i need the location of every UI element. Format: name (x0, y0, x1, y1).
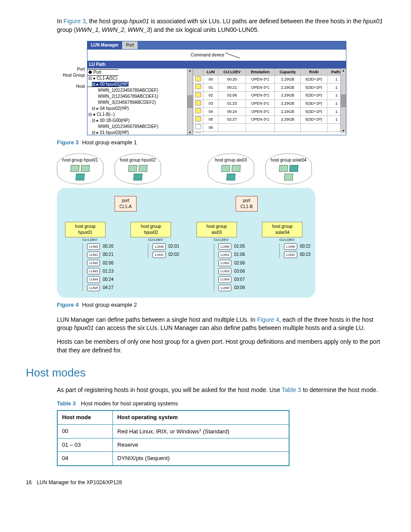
scroll-thumb[interactable] (341, 94, 346, 107)
col-cu:ldev[interactable]: CU:LDEV (218, 69, 246, 76)
table-3-caption: Table 3Host modes for host operating sys… (57, 400, 385, 408)
scroll-down-icon[interactable]: ▼ (341, 129, 346, 133)
tree-item[interactable]: ⊟ ▸ 01 hpux03(HP) (88, 130, 192, 135)
hg-solar04: host group solar04 (262, 222, 302, 237)
table-row[interactable]: 0502:27OPEN-3*12.29GB5(3D+1P)1 (193, 115, 346, 124)
lun-icon (195, 124, 201, 129)
lun-chip: LUN3 (218, 268, 231, 274)
hg-aix03: host group aix03 (196, 222, 237, 237)
lun-entry: LUN102:02 (153, 252, 179, 258)
tree-scrollbar[interactable]: ▲ ▼ (187, 68, 193, 135)
lun-chip: LUN3 (87, 268, 100, 274)
paragraph-2: LUN Manager can define paths between a s… (57, 316, 385, 333)
lun-entry: LUN202:06 (218, 260, 245, 266)
col-lun[interactable]: LUN (203, 69, 218, 76)
tree-item[interactable]: ⊟ ● CL1-A(5C) (88, 75, 192, 81)
table-row[interactable]: 07 (193, 131, 346, 133)
table-3-ref[interactable]: Table 3 (282, 386, 301, 393)
tree-pane[interactable]: ⬣ Port⊟ ● CL1-A(5C) ⊟ ▸ 00 hpux01(HP) WW… (87, 68, 193, 135)
tree-item[interactable]: WWN_1(0123456789ABCDEF) (88, 124, 192, 130)
table-row[interactable]: 06 (193, 124, 346, 132)
lun-chip: LUN1 (87, 252, 100, 258)
hg-hpux01: host group hpux01 (65, 222, 106, 237)
section-host-modes: Host modes (26, 365, 385, 380)
figure-4: host group hpux01 host group hpux02 host… (57, 153, 315, 297)
lun-chip: LUN0 (218, 243, 231, 250)
scroll-down-icon[interactable]: ▼ (187, 131, 193, 135)
lun-chip: LUN2 (218, 260, 231, 266)
col-capacity[interactable]: Capacity (275, 69, 301, 76)
lun-icon (195, 108, 201, 113)
tree-item[interactable]: ⊟ ● CL1-B(--) (88, 112, 192, 118)
scroll-up-icon[interactable]: ▲ (341, 68, 346, 73)
lun-entry: LUN403:07 (218, 276, 245, 283)
tree-item[interactable]: WWN_3(23456789ABCDEF2) (88, 100, 192, 106)
cloud-aix03: host group aix03 (208, 153, 254, 184)
table-row[interactable]: 0202:06OPEN-3*12.29GB5(3D+1P)1 (193, 91, 346, 100)
figure-3: Port Host Group. Host LUN Manager Port C… (57, 41, 385, 135)
hg-hpux02: host group hpux02 (131, 222, 171, 237)
lu-path-header: LU Path (87, 61, 346, 68)
lun-chip: LUN4 (87, 276, 100, 283)
page-footer: 16 LUN Manager for the XP1024/XP128 (26, 479, 385, 486)
lun-entry: LUN001:05 (218, 243, 245, 250)
scroll-up-icon[interactable]: ▲ (187, 68, 193, 73)
lun-entry: LUN303:06 (218, 268, 245, 274)
col-emulation[interactable]: Emulation (246, 69, 275, 76)
paragraph-3: Hosts can be members of only one host gr… (57, 338, 385, 355)
table-row: 04DYNIX/ptx (Sequent) (57, 452, 289, 466)
figure-3-caption: Figure 3Host group example 1 (57, 139, 385, 146)
paragraph-4: As part of registering hosts in host gro… (57, 386, 385, 395)
lun-chip: LUN2 (87, 260, 100, 266)
tree-item[interactable]: ⊟ ▸ 00 hpux01(HP) (88, 81, 192, 87)
lun-icon (195, 132, 201, 133)
intro-paragraph: In Figure 3, the host group hpux01 is as… (57, 17, 385, 34)
table-row: 01 – 03Reserve (57, 439, 289, 452)
lun-chip: LUN4 (218, 276, 231, 283)
lun-entry: LUN002:01 (153, 243, 179, 250)
cloud-hpux01: host group hpux01 (57, 153, 103, 184)
cloud-hpux02: host group hpux02 (115, 153, 161, 184)
callout-host: Host (76, 84, 87, 90)
lun-chip: LUN5 (87, 285, 100, 291)
lun-entry: LUN504:27 (87, 285, 113, 291)
svg-line-0 (225, 53, 240, 58)
tree-item[interactable]: ⬣ Port (88, 69, 192, 75)
th-host-mode: Host mode (57, 411, 113, 424)
figure-4-ref[interactable]: Figure 4 (257, 316, 279, 323)
tab-port[interactable]: Port (122, 41, 137, 49)
tree-item[interactable]: ⊟ ▸ 04 hpux02(HP) (88, 106, 192, 112)
table-row[interactable]: 0400:24OPEN-3*12.29GB5(3D+1P)1 (193, 108, 346, 116)
port-cl1-a: port CL1-A (115, 196, 136, 212)
lun-chip: LUN1 (284, 252, 297, 258)
lun-chip: LUN1 (153, 252, 165, 258)
lun-chip: LUN1 (218, 252, 231, 258)
lun-chip: LUN0 (153, 243, 165, 250)
command-device-pointer: Command device (87, 50, 346, 61)
lun-entry: LUN101:06 (218, 252, 245, 258)
figure-3-ref[interactable]: Figure 3 (64, 18, 86, 25)
scroll-thumb[interactable] (187, 95, 193, 108)
lun-chip: LUN5 (218, 285, 231, 291)
lun-table-pane: LUNCU:LDEVEmulationCapacityRAIDPaths 000… (193, 68, 346, 133)
callout-port: Port (77, 66, 87, 72)
tree-item[interactable]: ⊟ ▸ 00 1B-G00(HP) (88, 118, 192, 124)
lun-entry: LUN202:06 (87, 260, 113, 266)
tree-item[interactable]: WWN_1(0123456789ABCDEF) (88, 87, 192, 93)
lun-entry: LUN503:08 (218, 285, 245, 291)
lun-icon (195, 100, 201, 106)
table-row: 00Red Hat Linux, IRIX, or Windows1 (Stan… (57, 424, 289, 439)
lun-icon (195, 84, 201, 89)
th-host-os: Host operating system (113, 411, 289, 424)
figure-4-caption: Figure 4Host group example 2 (57, 301, 385, 309)
tree-item[interactable]: WWN_2(123456789ABCDEF1) (88, 93, 192, 100)
lun-entry: LUN100:23 (284, 252, 310, 258)
col-raid[interactable]: RAID (301, 69, 327, 76)
table-host-modes: Host mode Host operating system 00Red Ha… (57, 410, 290, 466)
table-row[interactable]: 0000:20OPEN-3*12.29GB5(3D+1P)1 (193, 75, 346, 84)
table-scrollbar[interactable]: ▲ ▼ (340, 68, 346, 133)
table-row[interactable]: 0301:23OPEN-3*12.29GB5(3D+1P)1 (193, 100, 346, 108)
tab-lun-manager[interactable]: LUN Manager (87, 41, 122, 49)
lun-entry: LUN301:23 (87, 268, 113, 274)
table-row[interactable]: 0100:21OPEN-3*12.29GB5(3D+1P)1 (193, 84, 346, 92)
